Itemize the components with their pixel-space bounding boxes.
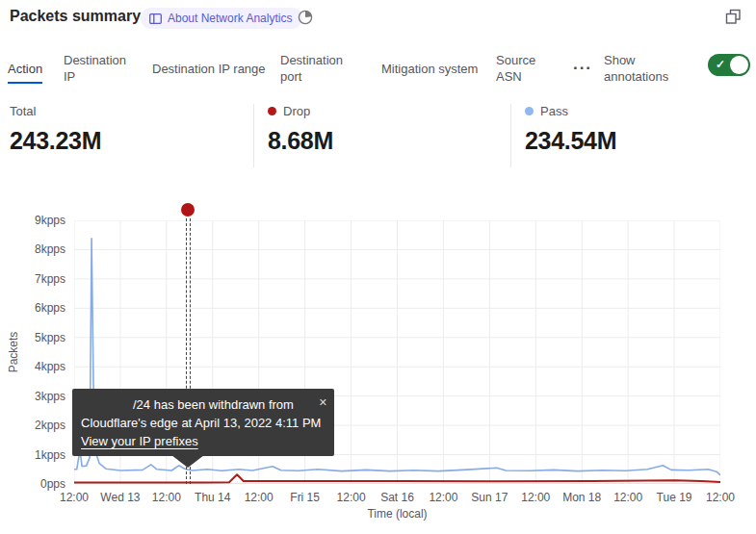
tab-source-asn[interactable]: Source ASN bbox=[496, 52, 560, 85]
stat-label: Drop bbox=[283, 104, 310, 118]
summary-stats-row: Total 243.23M Drop 8.68M Pass 234.54M bbox=[0, 96, 756, 178]
x-tick-label: 12:00 bbox=[60, 491, 89, 504]
annotation-tooltip: ✕ /24 has been withdrawn from Cloudflare… bbox=[72, 389, 334, 456]
tab-label: Destination IP bbox=[64, 53, 126, 84]
tab-destination-port[interactable]: Destination port bbox=[280, 52, 368, 85]
y-tick-label: 1kpps bbox=[35, 448, 65, 462]
y-tick-label: 9kpps bbox=[35, 214, 65, 227]
stat-value: 243.23M bbox=[10, 127, 101, 155]
x-tick-label: 12:00 bbox=[245, 491, 274, 504]
divider bbox=[253, 104, 254, 167]
stat-label: Pass bbox=[540, 104, 568, 118]
x-tick-label: Tue 19 bbox=[657, 491, 692, 504]
show-annotations-toggle[interactable]: ✓ bbox=[708, 54, 750, 76]
page-title: Packets summary bbox=[10, 8, 141, 25]
show-annotations-label: Show annotations bbox=[604, 52, 686, 85]
y-tick-label: 5kpps bbox=[35, 331, 65, 344]
x-tick-label: Mon 18 bbox=[562, 491, 601, 504]
tooltip-arrow bbox=[171, 455, 204, 468]
y-tick-label: 4kpps bbox=[35, 360, 65, 373]
stat-drop: Drop 8.68M bbox=[268, 104, 333, 155]
x-tick-label: 12:00 bbox=[337, 491, 366, 504]
tab-label: Mitigation system bbox=[381, 62, 478, 76]
x-tick-label: 12:00 bbox=[706, 491, 735, 504]
x-tick-label: Sun 17 bbox=[471, 491, 508, 504]
x-tick-label: 12:00 bbox=[613, 491, 642, 504]
x-axis-label: Time (local) bbox=[74, 507, 720, 521]
pass-legend-dot bbox=[525, 107, 534, 115]
toggle-knob bbox=[730, 56, 748, 74]
drop-legend-dot bbox=[268, 107, 276, 115]
dimension-tab-bar: ActionDestination IPDestination IP range… bbox=[8, 42, 756, 94]
y-tick-label: 3kpps bbox=[35, 390, 65, 403]
tab-mitigation-system[interactable]: Mitigation system bbox=[381, 61, 482, 77]
y-tick-label: 2kpps bbox=[35, 419, 65, 432]
x-tick-label: 12:00 bbox=[521, 491, 550, 504]
tab-action[interactable]: Action bbox=[8, 61, 50, 77]
tab-destination-ip-range[interactable]: Destination IP range bbox=[152, 61, 267, 77]
tab-label: Action bbox=[8, 62, 42, 84]
y-tick-label: 7kpps bbox=[35, 272, 65, 286]
view-ip-prefixes-link[interactable]: View your IP prefixes bbox=[81, 432, 198, 450]
expand-icon[interactable] bbox=[724, 8, 743, 26]
x-tick-label: 12:00 bbox=[429, 491, 457, 504]
x-tick-label: Fri 15 bbox=[290, 491, 320, 504]
tooltip-line1: /24 has been withdrawn from bbox=[81, 395, 325, 414]
about-network-analytics-badge[interactable]: About Network Analytics bbox=[141, 8, 302, 29]
y-tick-label: 0pps bbox=[40, 477, 65, 491]
tab-label: Source ASN bbox=[496, 53, 535, 84]
tab-label: Destination port bbox=[280, 53, 343, 84]
x-tick-label: 12:00 bbox=[152, 491, 181, 504]
y-axis-ticks: 9kpps8kpps7kpps6kpps5kpps4kpps3kpps2kpps… bbox=[0, 220, 65, 484]
book-icon bbox=[149, 13, 162, 24]
stat-value: 8.68M bbox=[268, 127, 333, 155]
time-pie-icon[interactable] bbox=[297, 9, 314, 26]
tab-label: Destination IP range bbox=[152, 62, 266, 76]
stat-pass: Pass 234.54M bbox=[525, 104, 616, 155]
stat-value: 234.54M bbox=[525, 127, 616, 155]
x-tick-label: Wed 13 bbox=[100, 491, 140, 504]
x-tick-label: Thu 14 bbox=[195, 491, 230, 504]
close-icon[interactable]: ✕ bbox=[319, 394, 327, 412]
y-tick-label: 6kpps bbox=[35, 301, 65, 315]
tab-destination-ip[interactable]: Destination IP bbox=[64, 52, 139, 85]
y-tick-label: 8kpps bbox=[35, 242, 65, 256]
check-icon: ✓ bbox=[716, 58, 725, 71]
divider bbox=[510, 104, 511, 167]
panel-header: Packets summary About Network Analytics bbox=[0, 0, 756, 42]
x-axis-ticks: 12:00Wed 1312:00Thu 1412:00Fri 1512:00Sa… bbox=[74, 491, 720, 506]
x-tick-label: Sat 16 bbox=[380, 491, 414, 504]
badge-label: About Network Analytics bbox=[168, 12, 292, 25]
more-tabs-button[interactable]: ··· bbox=[573, 64, 592, 73]
stat-label: Total bbox=[10, 104, 36, 118]
stat-total: Total 243.23M bbox=[10, 104, 101, 155]
packets-time-series-chart[interactable]: Packets 9kpps8kpps7kpps6kpps5kpps4kpps3k… bbox=[0, 192, 756, 534]
tooltip-line2: Cloudflare's edge at April 13, 2022 4:11… bbox=[81, 414, 325, 432]
annotation-marker-dot[interactable] bbox=[181, 203, 195, 216]
